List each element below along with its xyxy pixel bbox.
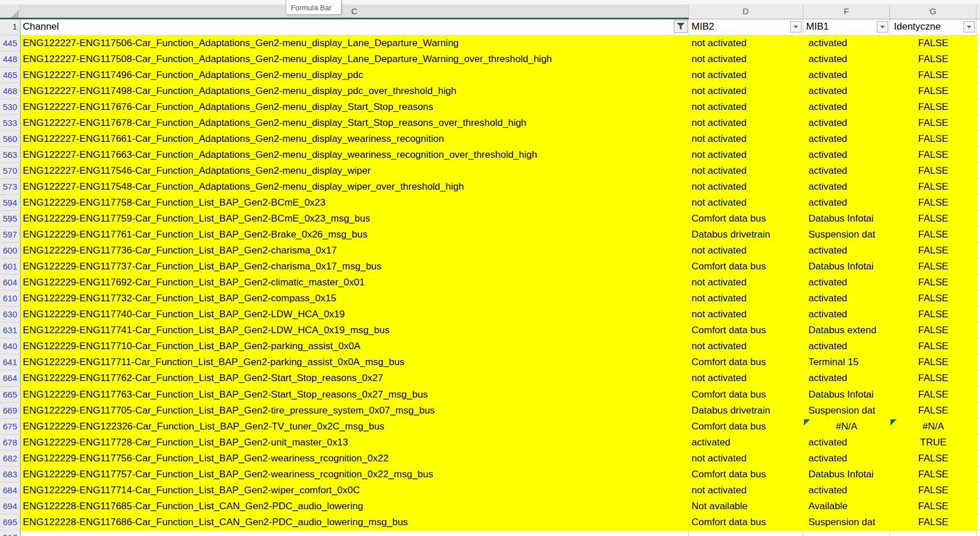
cell-mib2[interactable]: not activated bbox=[689, 83, 803, 99]
cell-channel[interactable]: ENG122229-ENG117732-Car_Function_List_BA… bbox=[21, 290, 689, 306]
cell-identyczne[interactable]: FALSE bbox=[890, 354, 977, 370]
row-header-610[interactable]: 610 bbox=[0, 290, 21, 306]
cell-identyczne[interactable]: FALSE bbox=[890, 275, 977, 290]
row-header-468[interactable]: 468 bbox=[0, 83, 21, 99]
cell-identyczne[interactable]: FALSE bbox=[890, 83, 977, 99]
select-all-corner[interactable] bbox=[0, 5, 21, 19]
cell-channel[interactable]: ENG122229-ENG117692-Car_Function_List_BA… bbox=[21, 275, 689, 290]
row-header-573[interactable]: 573 bbox=[0, 179, 21, 195]
cell-identyczne[interactable]: FALSE bbox=[890, 259, 977, 275]
cell-identyczne[interactable]: TRUE bbox=[890, 435, 977, 451]
cell-mib1[interactable]: activated bbox=[803, 482, 890, 498]
cell-channel-header[interactable]: Channel bbox=[21, 19, 689, 35]
formula-bar-edge[interactable] bbox=[0, 0, 980, 5]
cell-mib2-header[interactable]: MIB2 bbox=[689, 19, 803, 35]
mib1-filter-dropdown[interactable] bbox=[877, 21, 888, 32]
cell-mib2[interactable]: Databus drivetrain bbox=[689, 403, 803, 419]
cell-mib2[interactable]: Not available bbox=[689, 498, 803, 514]
partial-cell-mib1[interactable] bbox=[803, 530, 890, 536]
cell-channel[interactable]: ENG122229-ENG117763-Car_Function_List_BA… bbox=[21, 387, 689, 403]
cell-mib1[interactable]: activated bbox=[803, 147, 890, 163]
row-header-675[interactable]: 675 bbox=[0, 419, 21, 435]
cell-identyczne[interactable]: FALSE bbox=[890, 370, 977, 386]
cell-mib2[interactable]: not activated bbox=[689, 99, 803, 115]
cell-channel[interactable]: ENG122229-ENG117714-Car_Function_List_BA… bbox=[21, 482, 689, 498]
cell-identyczne[interactable]: FALSE bbox=[890, 115, 977, 131]
cell-channel[interactable]: ENG122227-ENG117498-Car_Function_Adaptat… bbox=[21, 83, 689, 99]
cell-mib1[interactable]: Terminal 15 bbox=[803, 354, 890, 370]
cell-mib2[interactable]: not activated bbox=[689, 370, 803, 386]
cell-mib1[interactable]: activated bbox=[803, 131, 890, 147]
row-header-partial[interactable]: 917 bbox=[0, 530, 21, 536]
cell-channel[interactable]: ENG122229-ENG117728-Car_Function_List_BA… bbox=[21, 435, 689, 451]
cell-identyczne[interactable]: FALSE bbox=[890, 211, 977, 227]
row-header-563[interactable]: 563 bbox=[0, 147, 21, 163]
cell-channel[interactable]: ENG122229-ENG117705-Car_Function_List_BA… bbox=[21, 403, 689, 419]
column-header-f[interactable]: F bbox=[803, 5, 890, 19]
channel-filter-button[interactable] bbox=[674, 20, 688, 33]
cell-mib2[interactable]: not activated bbox=[689, 306, 803, 322]
row-header-682[interactable]: 682 bbox=[0, 451, 21, 467]
row-header-600[interactable]: 600 bbox=[0, 243, 21, 259]
cell-identyczne[interactable]: FALSE bbox=[890, 227, 977, 243]
cell-mib2[interactable]: not activated bbox=[689, 482, 803, 498]
cell-identyczne[interactable]: FALSE bbox=[890, 338, 977, 354]
cell-channel[interactable]: ENG122229-ENG117761-Car_Function_List_BA… bbox=[21, 227, 689, 243]
column-header-c[interactable]: C bbox=[21, 5, 689, 19]
cell-mib1[interactable]: activated bbox=[803, 451, 890, 467]
row-header-533[interactable]: 533 bbox=[0, 115, 21, 131]
partial-cell-channel[interactable] bbox=[21, 530, 689, 536]
cell-mib1[interactable]: activated bbox=[803, 195, 890, 211]
cell-identyczne[interactable]: FALSE bbox=[890, 306, 977, 322]
cell-mib1[interactable]: activated bbox=[803, 290, 890, 306]
cell-channel[interactable]: ENG122227-ENG117496-Car_Function_Adaptat… bbox=[21, 67, 689, 83]
row-header-601[interactable]: 601 bbox=[0, 259, 21, 275]
cell-channel[interactable]: ENG122229-ENG117741-Car_Function_List_BA… bbox=[21, 322, 689, 338]
cell-identyczne-header[interactable]: Identyczne bbox=[890, 19, 977, 35]
cell-mib2[interactable]: Databus drivetrain bbox=[689, 227, 803, 243]
cell-channel[interactable]: ENG122227-ENG117506-Car_Function_Adaptat… bbox=[21, 35, 689, 51]
cell-mib2[interactable]: Comfort data bus bbox=[689, 259, 803, 275]
cell-mib1-header[interactable]: MIB1 bbox=[803, 19, 890, 35]
cell-mib2[interactable]: not activated bbox=[689, 338, 803, 354]
cell-channel[interactable]: ENG122229-ENG122326-Car_Function_List_BA… bbox=[21, 419, 689, 435]
cell-mib2[interactable]: Comfort data bus bbox=[689, 387, 803, 403]
cell-mib2[interactable]: not activated bbox=[689, 147, 803, 163]
row-header-664[interactable]: 664 bbox=[0, 370, 21, 386]
cell-identyczne[interactable]: FALSE bbox=[890, 179, 977, 195]
cell-identyczne[interactable]: FALSE bbox=[890, 163, 977, 179]
cell-mib1[interactable]: activated bbox=[803, 243, 890, 259]
cell-identyczne[interactable]: FALSE bbox=[890, 35, 977, 51]
row-header-665[interactable]: 665 bbox=[0, 387, 21, 403]
cell-mib2[interactable]: Comfort data bus bbox=[689, 514, 803, 530]
cell-channel[interactable]: ENG122227-ENG117663-Car_Function_Adaptat… bbox=[21, 147, 689, 163]
row-header-631[interactable]: 631 bbox=[0, 322, 21, 338]
cell-mib1[interactable]: Suspension dat bbox=[803, 227, 890, 243]
cell-mib1[interactable]: activated bbox=[803, 35, 890, 51]
cell-mib1[interactable]: activated bbox=[803, 179, 890, 195]
cell-mib1[interactable]: activated bbox=[803, 99, 890, 115]
cell-channel[interactable]: ENG122227-ENG117548-Car_Function_Adaptat… bbox=[21, 179, 689, 195]
row-header-595[interactable]: 595 bbox=[0, 211, 21, 227]
cell-identyczne[interactable]: FALSE bbox=[890, 290, 977, 306]
cell-channel[interactable]: ENG122229-ENG117710-Car_Function_List_BA… bbox=[21, 338, 689, 354]
cell-mib2[interactable]: Comfort data bus bbox=[689, 354, 803, 370]
cell-channel[interactable]: ENG122229-ENG117762-Car_Function_List_BA… bbox=[21, 370, 689, 386]
cell-mib2[interactable]: not activated bbox=[689, 51, 803, 67]
cell-channel[interactable]: ENG122227-ENG117546-Car_Function_Adaptat… bbox=[21, 163, 689, 179]
cell-identyczne[interactable]: FALSE bbox=[890, 514, 977, 530]
cell-channel[interactable]: ENG122229-ENG117737-Car_Function_List_BA… bbox=[21, 259, 689, 275]
row-header-695[interactable]: 695 bbox=[0, 514, 21, 530]
cell-channel[interactable]: ENG122227-ENG117508-Car_Function_Adaptat… bbox=[21, 51, 689, 67]
cell-mib1[interactable]: Databus Infotai bbox=[803, 259, 890, 275]
row-header-1[interactable]: 1 bbox=[0, 19, 21, 35]
partial-cell-identyczne[interactable] bbox=[890, 530, 977, 536]
cell-identyczne[interactable]: FALSE bbox=[890, 131, 977, 147]
cell-identyczne[interactable]: FALSE bbox=[890, 498, 977, 514]
row-header-570[interactable]: 570 bbox=[0, 163, 21, 179]
row-header-594[interactable]: 594 bbox=[0, 195, 21, 211]
cell-channel[interactable]: ENG122228-ENG117686-Car_Function_List_CA… bbox=[21, 514, 689, 530]
cell-mib1[interactable]: Databus Infotai bbox=[803, 211, 890, 227]
cell-mib2[interactable]: Comfort data bus bbox=[689, 211, 803, 227]
cell-mib2[interactable]: not activated bbox=[689, 290, 803, 306]
